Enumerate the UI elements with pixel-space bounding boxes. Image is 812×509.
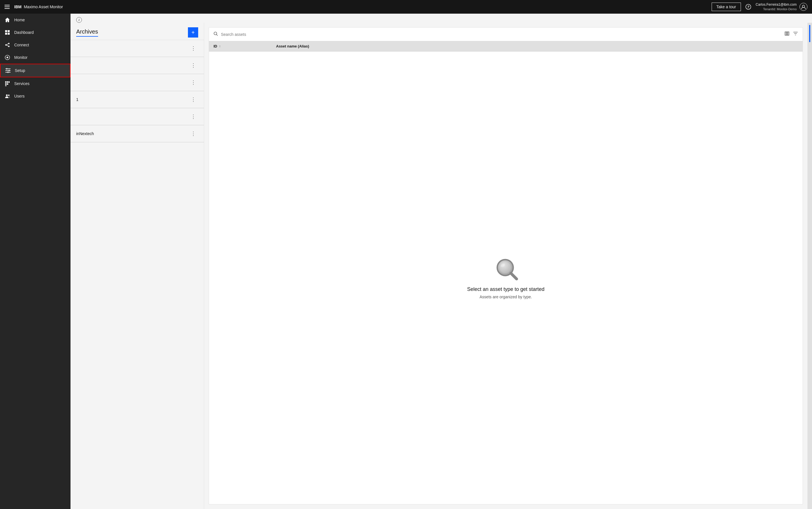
hamburger-menu[interactable]: [5, 5, 10, 9]
svg-rect-21: [7, 81, 8, 83]
sidebar: Home Dashboard Connect Monitor: [0, 14, 71, 509]
svg-line-10: [7, 44, 8, 45]
svg-point-9: [8, 46, 10, 47]
info-icon[interactable]: i: [76, 17, 82, 23]
sidebar-item-home[interactable]: Home: [0, 14, 71, 26]
svg-rect-3: [5, 30, 7, 32]
brand: IBM Maximo Asset Monitor: [14, 5, 63, 9]
list-item[interactable]: 1 ⋮: [71, 91, 204, 108]
svg-line-11: [7, 45, 8, 46]
list-divider-6: [71, 142, 204, 142]
svg-point-34: [499, 262, 511, 273]
kebab-menu-3[interactable]: ⋮: [188, 78, 198, 87]
list-item[interactable]: ⋮: [71, 108, 204, 125]
kebab-menu-2[interactable]: ⋮: [188, 61, 198, 70]
col-name-header: Asset name (Alias): [276, 44, 798, 48]
svg-point-13: [6, 57, 8, 58]
search-icon: [214, 32, 218, 37]
svg-rect-24: [7, 83, 8, 85]
svg-rect-31: [786, 32, 787, 35]
svg-line-29: [217, 34, 218, 36]
empty-state-subtitle: Assets are organized by type.: [480, 295, 532, 299]
svg-point-2: [802, 5, 805, 7]
left-panel: Archives + ⋮ ⋮ ⋮: [71, 23, 204, 509]
search-bar: [209, 28, 803, 41]
sidebar-label-connect: Connect: [14, 43, 29, 47]
page-header: i: [71, 14, 812, 23]
content-area: Archives + ⋮ ⋮ ⋮: [71, 23, 812, 509]
sidebar-label-setup: Setup: [15, 68, 25, 73]
user-email: Carlos.Ferreira1@ibm.com: [756, 2, 797, 7]
dashboard-icon: [5, 30, 10, 35]
svg-line-35: [511, 273, 517, 279]
sidebar-label-users: Users: [14, 94, 25, 98]
svg-rect-17: [6, 68, 7, 70]
kebab-menu-6[interactable]: ⋮: [188, 129, 198, 138]
svg-rect-30: [785, 32, 786, 35]
list-item[interactable]: ⋮: [71, 74, 204, 91]
kebab-menu-5[interactable]: ⋮: [188, 112, 198, 121]
setup-icon: [5, 68, 11, 73]
empty-state: Select an asset type to get started Asse…: [209, 52, 803, 504]
svg-rect-15: [5, 70, 10, 71]
svg-rect-6: [8, 33, 10, 35]
services-icon: [5, 81, 10, 87]
connect-icon: [5, 42, 10, 48]
user-text: Carlos.Ferreira1@ibm.com TenantId: Monit…: [756, 2, 797, 11]
sidebar-label-dashboard: Dashboard: [14, 30, 34, 35]
user-avatar[interactable]: [800, 3, 807, 11]
table-header: ID ↑ Asset name (Alias): [209, 41, 803, 52]
sidebar-item-services[interactable]: Services: [0, 77, 71, 90]
add-asset-type-button[interactable]: +: [188, 27, 198, 37]
toolbar-icons: [784, 31, 798, 37]
item-name-4: 1: [76, 97, 78, 102]
left-panel-header: Archives +: [71, 23, 204, 40]
sidebar-label-services: Services: [14, 81, 30, 86]
item-name-innextech: inNextech: [76, 131, 94, 136]
list-item[interactable]: ⋮: [71, 40, 204, 57]
assets-panel: ID ↑ Asset name (Alias): [209, 27, 803, 504]
columns-icon[interactable]: [784, 31, 789, 37]
kebab-menu-1[interactable]: ⋮: [188, 44, 198, 53]
sort-icon[interactable]: ↑: [219, 44, 221, 48]
svg-rect-22: [8, 81, 10, 83]
app-body: Home Dashboard Connect Monitor: [0, 14, 812, 509]
sidebar-item-dashboard[interactable]: Dashboard: [0, 26, 71, 39]
col-id-label: ID: [214, 44, 217, 48]
list-item[interactable]: inNextech ⋮: [71, 126, 204, 142]
sidebar-item-setup[interactable]: Setup: [0, 64, 71, 77]
svg-rect-18: [9, 70, 9, 71]
top-navigation: IBM Maximo Asset Monitor Take a tour ? C…: [0, 0, 812, 14]
sidebar-item-monitor[interactable]: Monitor: [0, 51, 71, 64]
svg-rect-25: [5, 85, 6, 86]
col-id-header[interactable]: ID ↑: [214, 44, 276, 48]
sidebar-label-home: Home: [14, 18, 25, 22]
archives-title: Archives: [76, 28, 98, 37]
list-item[interactable]: ⋮: [71, 57, 204, 74]
app-name: Maximo Asset Monitor: [24, 5, 63, 9]
take-tour-button[interactable]: Take a tour: [712, 3, 741, 11]
kebab-menu-4[interactable]: ⋮: [188, 95, 198, 104]
svg-rect-23: [5, 83, 6, 85]
ibm-logo: IBM: [14, 5, 22, 9]
search-assets-input[interactable]: [221, 32, 782, 37]
sidebar-item-users[interactable]: Users: [0, 90, 71, 102]
svg-rect-14: [5, 69, 10, 69]
svg-point-8: [8, 43, 10, 44]
svg-rect-19: [8, 71, 8, 73]
svg-point-26: [6, 94, 8, 96]
sidebar-label-monitor: Monitor: [14, 55, 28, 60]
user-tenant: TenantId: Monitor-Demo: [756, 7, 797, 11]
svg-text:?: ?: [747, 5, 749, 9]
svg-rect-4: [8, 30, 10, 32]
user-info[interactable]: Carlos.Ferreira1@ibm.com TenantId: Monit…: [756, 2, 807, 11]
help-icon[interactable]: ?: [745, 4, 751, 10]
filter-icon[interactable]: [793, 31, 798, 37]
svg-rect-20: [5, 81, 6, 83]
sidebar-item-connect[interactable]: Connect: [0, 39, 71, 51]
svg-point-27: [8, 95, 10, 96]
monitor-icon: [5, 55, 10, 60]
users-icon: [5, 93, 10, 99]
main-content: i Archives + ⋮ ⋮: [71, 14, 812, 509]
home-icon: [5, 17, 10, 23]
